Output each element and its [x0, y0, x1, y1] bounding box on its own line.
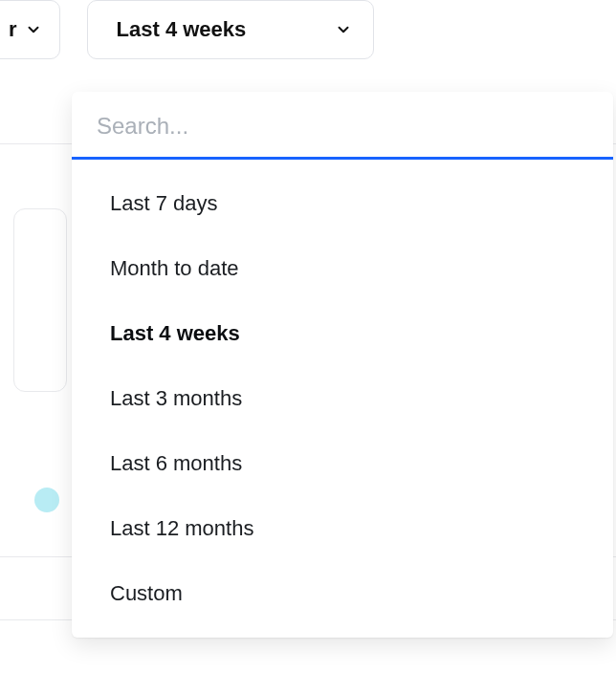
date-range-select-label: Last 4 weeks: [117, 17, 247, 42]
option-last-7-days[interactable]: Last 7 days: [72, 171, 613, 236]
option-last-6-months[interactable]: Last 6 months: [72, 431, 613, 496]
dropdown-options: Last 7 days Month to date Last 4 weeks L…: [72, 160, 613, 638]
bg-card: [13, 208, 67, 392]
chevron-down-icon: [25, 21, 42, 38]
dropdown-search-wrap: [72, 92, 613, 160]
search-input[interactable]: [97, 113, 588, 140]
date-range-select[interactable]: Last 4 weeks: [87, 0, 374, 59]
date-range-dropdown: Last 7 days Month to date Last 4 weeks L…: [72, 92, 613, 638]
chevron-down-icon: [335, 21, 352, 38]
option-custom[interactable]: Custom: [72, 561, 613, 626]
option-last-3-months[interactable]: Last 3 months: [72, 366, 613, 431]
bg-dot: [34, 488, 59, 512]
filter-select-partial[interactable]: r: [0, 0, 60, 59]
option-last-12-months[interactable]: Last 12 months: [72, 496, 613, 561]
option-month-to-date[interactable]: Month to date: [72, 236, 613, 301]
filter-select-partial-label: r: [9, 17, 17, 42]
option-last-4-weeks[interactable]: Last 4 weeks: [72, 301, 613, 366]
